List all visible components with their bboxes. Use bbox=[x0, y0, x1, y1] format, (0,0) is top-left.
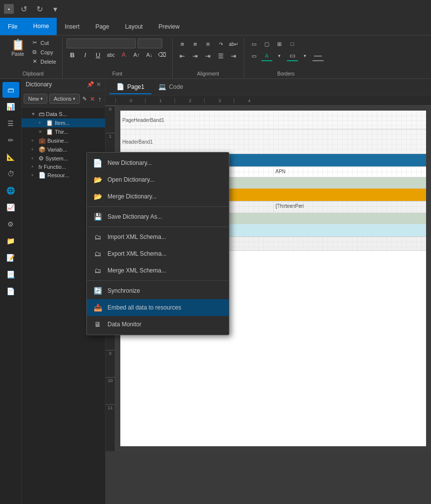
align-bottom-button[interactable]: ≡ bbox=[202, 39, 214, 49]
sidebar-icon-folder[interactable]: 📁 bbox=[2, 233, 19, 249]
menu-page[interactable]: Page bbox=[87, 18, 117, 35]
border-full-button[interactable]: ▭ bbox=[248, 39, 260, 49]
sidebar-icon-pen[interactable]: ✏ bbox=[2, 132, 19, 148]
ruler-numbers: 0 1 2 3 4 bbox=[115, 98, 431, 103]
sidebar-icon-note1[interactable]: 📝 bbox=[2, 250, 19, 266]
datasource-label: Data S... bbox=[46, 111, 67, 117]
dropdown-synchronize[interactable]: 🔄 Synchronize bbox=[87, 282, 229, 299]
resource-expand[interactable]: + bbox=[31, 173, 37, 178]
sidebar-icon-chart[interactable]: 📊 bbox=[2, 99, 19, 115]
move-up-btn[interactable]: ↑ bbox=[98, 92, 102, 105]
align-middle-button[interactable]: ≡ bbox=[189, 39, 201, 49]
dropdown-merge-xml[interactable]: 🗂 Merge XML Schema... bbox=[87, 262, 229, 279]
dropdown-export-xml[interactable]: 🗂 Export XML Schema... bbox=[87, 245, 229, 262]
actions-button[interactable]: Actions ▾ bbox=[49, 94, 80, 104]
tree-item-thirteen[interactable]: ✕ 📋 Thir... bbox=[22, 127, 105, 136]
redo-button[interactable]: ↻ bbox=[34, 3, 45, 15]
sidebar-icon-globe[interactable]: 🌐 bbox=[2, 183, 19, 198]
delete-icon-btn[interactable]: ✕ bbox=[89, 92, 96, 105]
close-icon[interactable]: ✕ bbox=[96, 81, 101, 88]
actions-dropdown-icon[interactable]: ▾ bbox=[73, 96, 75, 101]
border-none-button[interactable]: □ bbox=[287, 39, 298, 49]
sidebar-icon-time[interactable]: ⏱ bbox=[2, 166, 19, 182]
variable-label: Variab... bbox=[47, 147, 67, 153]
panel-title: Dictionary bbox=[26, 81, 52, 88]
tab-code[interactable]: 💻 Code bbox=[151, 80, 190, 94]
new-dropdown-icon[interactable]: ▾ bbox=[40, 96, 43, 101]
text-direction-button[interactable]: ↷ bbox=[215, 39, 227, 49]
delete-button[interactable]: ✕ Delete bbox=[29, 57, 58, 66]
sidebar-icon-ruler[interactable]: 📐 bbox=[2, 149, 19, 165]
underline-button[interactable]: U bbox=[92, 49, 104, 60]
font-size-down-button[interactable]: A↓ bbox=[144, 49, 155, 60]
function-label: Functio... bbox=[44, 164, 66, 170]
sidebar-icon-list[interactable]: ☰ bbox=[2, 116, 19, 131]
menu-preview[interactable]: Preview bbox=[150, 18, 187, 35]
menu-layout[interactable]: Layout bbox=[117, 18, 150, 35]
dropdown-import-xml[interactable]: 🗂 Import XML Schema... bbox=[87, 229, 229, 245]
tree-item-business[interactable]: + 💼 Busine... bbox=[22, 136, 105, 145]
justify-button[interactable]: ☰ bbox=[215, 50, 227, 61]
sidebar-icon-bar-chart[interactable]: 📈 bbox=[2, 199, 19, 215]
border-color-button[interactable]: A bbox=[261, 50, 273, 61]
font-color-button[interactable]: A bbox=[118, 49, 130, 60]
app-icon: ▪ bbox=[4, 4, 14, 14]
align-right-button[interactable]: ⇥ bbox=[202, 50, 214, 61]
align-center-button[interactable]: ⇥ bbox=[189, 50, 201, 61]
tree-item-datasource[interactable]: ▼ 🗃 Data S... bbox=[22, 110, 105, 118]
system-expand[interactable]: + bbox=[31, 156, 37, 161]
align-left-button[interactable]: ⇤ bbox=[177, 50, 188, 61]
band-page-header[interactable]: PageHeaderBand1 bbox=[120, 111, 426, 129]
undo-button[interactable]: ↺ bbox=[18, 3, 30, 15]
border-style-button[interactable]: ▭ bbox=[248, 50, 260, 61]
bold-button[interactable]: B bbox=[67, 49, 78, 60]
menu-home[interactable]: Home bbox=[25, 18, 57, 35]
thirteen-expand[interactable]: ✕ bbox=[38, 129, 44, 134]
dropdown-embed-data[interactable]: 📥 Embed all data to resources bbox=[87, 299, 229, 316]
fill-button[interactable]: ▭ bbox=[287, 50, 298, 61]
business-expand[interactable]: + bbox=[31, 138, 37, 143]
band-header[interactable]: HeaderBand1 bbox=[120, 129, 426, 154]
paste-icon: 📋 bbox=[11, 39, 25, 50]
word-wrap-button[interactable]: ab↵ bbox=[228, 39, 240, 49]
cut-button[interactable]: ✂ Cut bbox=[29, 39, 58, 47]
menu-file[interactable]: File bbox=[0, 18, 25, 35]
copy-button[interactable]: ⧉ Copy bbox=[29, 48, 58, 56]
sidebar-icon-page[interactable]: 📄 bbox=[2, 283, 19, 299]
dropdown-open-dictionary[interactable]: 📂 Open Dictionary... bbox=[87, 171, 229, 188]
sidebar-icon-gear[interactable]: ⚙ bbox=[2, 216, 19, 232]
new-button[interactable]: New ▾ bbox=[24, 94, 47, 104]
edit-icon-btn[interactable]: ✎ bbox=[82, 92, 87, 105]
font-size-input[interactable] bbox=[138, 39, 162, 48]
indent-button[interactable]: ⇥ bbox=[228, 50, 240, 61]
expand-icon[interactable]: ▼ bbox=[31, 112, 37, 116]
ribbon-group-borders: ▭ ▢ ⊞ □ ▭ A ▾ ▭ ▾ — Borders bbox=[244, 38, 328, 78]
sidebar-icon-note2[interactable]: 📃 bbox=[2, 267, 19, 282]
pin-icon[interactable]: 📌 bbox=[87, 81, 94, 88]
border-dropdown-button[interactable]: ▾ bbox=[274, 50, 286, 61]
variable-expand[interactable]: + bbox=[31, 147, 37, 152]
fill-dropdown-button[interactable]: ▾ bbox=[299, 50, 311, 61]
dropdown-new-dictionary[interactable]: 📄 New Dictionary... bbox=[87, 155, 229, 171]
border-line-button[interactable]: — bbox=[312, 50, 324, 61]
items-expand[interactable]: + bbox=[38, 120, 44, 125]
sidebar-icon-datasource[interactable]: 🗃 bbox=[2, 82, 19, 98]
font-size-up-button[interactable]: A↑ bbox=[131, 49, 143, 60]
align-top-button[interactable]: ≡ bbox=[177, 39, 188, 49]
menu-insert[interactable]: Insert bbox=[57, 18, 87, 35]
dropdown-merge-dictionary[interactable]: 📂 Merge Dictionary... bbox=[87, 188, 229, 205]
paste-button[interactable]: 📋 Paste bbox=[8, 39, 28, 58]
quick-access-dropdown[interactable]: ▾ bbox=[49, 3, 61, 15]
font-name-input[interactable] bbox=[67, 39, 136, 48]
border-outer-button[interactable]: ▢ bbox=[261, 39, 273, 49]
function-expand[interactable]: + bbox=[31, 164, 37, 169]
eraser-button[interactable]: ⌫ bbox=[156, 49, 168, 60]
tree-item-items[interactable]: + 📋 Item... bbox=[22, 118, 105, 127]
italic-button[interactable]: I bbox=[79, 49, 91, 60]
dropdown-data-monitor[interactable]: 🖥 Data Monitor bbox=[87, 316, 229, 333]
strikethrough-button[interactable]: abc bbox=[105, 49, 117, 60]
dropdown-save-dictionary[interactable]: 💾 Save Dictionary As... bbox=[87, 208, 229, 225]
border-inner-button[interactable]: ⊞ bbox=[274, 39, 286, 49]
export-xml-label: Export XML Schema... bbox=[108, 250, 167, 257]
tab-page1[interactable]: 📄 Page1 bbox=[109, 80, 151, 94]
